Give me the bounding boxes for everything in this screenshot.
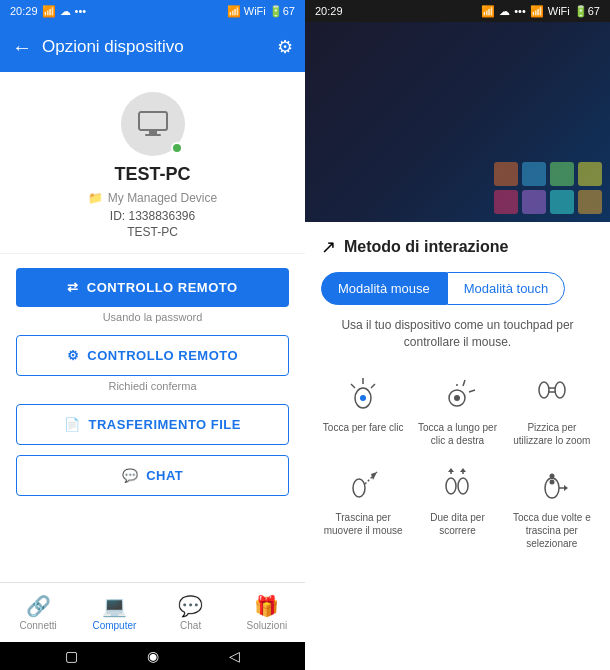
desktop-icon-8: [578, 190, 602, 214]
device-name: TEST-PC: [114, 164, 190, 185]
svg-marker-24: [460, 468, 466, 472]
svg-line-5: [351, 384, 355, 388]
touch-mode-button[interactable]: Modalità touch: [447, 272, 566, 305]
bottom-nav: 🔗 Connetti 💻 Computer 💬 Chat 🎁 Soluzioni: [0, 582, 305, 642]
svg-point-20: [458, 478, 468, 494]
device-avatar: [121, 92, 185, 156]
gesture-long-press: Tocca a lungo per clic a destra: [415, 367, 499, 447]
interaction-title: Metodo di interazione: [344, 238, 508, 256]
left-status-bar: 20:29 📶 ☁ ••• 📶 WiFi 🔋67: [0, 0, 305, 22]
tap-click-icon: [341, 370, 385, 414]
svg-point-26: [549, 479, 554, 484]
desktop-icon-3: [550, 162, 574, 186]
gesture-grid: Tocca per fare clic Tocca a lungo per cl…: [321, 367, 594, 550]
desktop-icon-6: [522, 190, 546, 214]
computer-icon: 💻: [102, 594, 127, 618]
remote-control-secondary-button[interactable]: ⚙ CONTROLLO REMOTO: [16, 335, 289, 376]
scroll-label: Due dita per scorrere: [415, 511, 499, 537]
svg-point-14: [555, 382, 565, 398]
remote-control-primary-button[interactable]: ⇄ CONTROLLO REMOTO: [16, 268, 289, 307]
desktop-icon-7: [550, 190, 574, 214]
right-status-bar: 20:29 📶 ☁ ••• 📶 WiFi 🔋67: [305, 0, 610, 22]
android-square-btn[interactable]: ▢: [65, 648, 78, 664]
svg-line-6: [371, 384, 375, 388]
remote-screen[interactable]: [305, 22, 610, 222]
svg-line-11: [463, 380, 465, 386]
svg-rect-0: [139, 112, 167, 130]
double-tap-label: Tocca due volte e trascina per seleziona…: [510, 511, 594, 550]
svg-point-17: [353, 479, 365, 497]
remote-control-secondary-icon: ⚙: [67, 348, 80, 363]
tap-click-label: Tocca per fare clic: [323, 421, 404, 434]
scroll-icon: [435, 460, 479, 504]
nav-item-soluzioni[interactable]: 🎁 Soluzioni: [229, 583, 305, 642]
left-panel: 20:29 📶 ☁ ••• 📶 WiFi 🔋67 ← Opzioni dispo…: [0, 0, 305, 670]
svg-marker-28: [564, 485, 568, 491]
gesture-tap-click: Tocca per fare clic: [321, 367, 405, 447]
drag-label: Trascina per muovere il mouse: [321, 511, 405, 537]
page-title: Opzioni dispositivo: [42, 37, 267, 57]
desktop-icon-5: [494, 190, 518, 214]
svg-line-12: [469, 390, 475, 392]
chat-nav-icon: 💬: [178, 594, 203, 618]
svg-point-7: [360, 395, 366, 401]
gesture-pinch: Pizzica per utilizzare lo zoom: [510, 367, 594, 447]
desktop-view: [305, 22, 610, 222]
desktop-icon-4: [578, 162, 602, 186]
settings-icon[interactable]: ⚙: [277, 36, 293, 58]
drag-icon: [341, 460, 385, 504]
desktop-icon-2: [522, 162, 546, 186]
svg-marker-18: [371, 472, 377, 480]
long-press-label: Tocca a lungo per clic a destra: [415, 421, 499, 447]
file-transfer-button[interactable]: 📄 TRASFERIMENTO FILE: [16, 404, 289, 445]
desktop-icon-1: [494, 162, 518, 186]
gesture-scroll: Due dita per scorrere: [415, 457, 499, 550]
long-press-icon: [435, 370, 479, 414]
chat-icon: 💬: [122, 468, 139, 483]
back-button[interactable]: ←: [12, 36, 32, 59]
top-bar: ← Opzioni dispositivo ⚙: [0, 22, 305, 72]
remote-control-primary-sublabel: Usando la password: [16, 311, 289, 323]
soluzioni-icon: 🎁: [254, 594, 279, 618]
mouse-mode-button[interactable]: Modalità mouse: [321, 272, 447, 305]
svg-rect-1: [149, 130, 157, 134]
interaction-panel: ↗ Metodo di interazione Modalità mouse M…: [305, 222, 610, 670]
android-home-btn[interactable]: ◉: [147, 648, 159, 664]
remote-control-icon: ⇄: [67, 280, 79, 295]
nav-item-chat[interactable]: 💬 Chat: [153, 583, 229, 642]
gesture-double-tap: Tocca due volte e trascina per seleziona…: [510, 457, 594, 550]
gesture-drag: Trascina per muovere il mouse: [321, 457, 405, 550]
interaction-description: Usa il tuo dispositivo come un touchpad …: [321, 317, 594, 351]
nav-item-computer[interactable]: 💻 Computer: [76, 583, 152, 642]
double-tap-icon: [530, 460, 574, 504]
remote-control-secondary-sublabel: Richiedi conferma: [16, 380, 289, 392]
file-transfer-icon: 📄: [64, 417, 81, 432]
pinch-label: Pizzica per utilizzare lo zoom: [510, 421, 594, 447]
svg-point-19: [446, 478, 456, 494]
svg-point-27: [549, 473, 554, 478]
right-panel: 20:29 📶 ☁ ••• 📶 WiFi 🔋67: [305, 0, 610, 670]
device-info: TEST-PC 📁 My Managed Device ID: 13388363…: [0, 72, 305, 254]
desktop-icons: [486, 154, 610, 222]
android-back-btn[interactable]: ◁: [229, 648, 240, 664]
managed-device-label: 📁 My Managed Device: [88, 191, 217, 205]
cursor-icon: ↗: [321, 236, 336, 258]
interaction-header: ↗ Metodo di interazione: [321, 236, 594, 258]
device-id: ID: 1338836396: [110, 209, 195, 223]
svg-point-9: [454, 395, 460, 401]
connetti-icon: 🔗: [26, 594, 51, 618]
online-indicator: [171, 142, 183, 154]
nav-item-connetti[interactable]: 🔗 Connetti: [0, 583, 76, 642]
monitor-icon: [137, 110, 169, 138]
action-buttons: ⇄ CONTROLLO REMOTO Usando la password ⚙ …: [0, 254, 305, 582]
svg-marker-23: [448, 468, 454, 472]
pinch-icon: [530, 370, 574, 414]
android-nav-bar: ▢ ◉ ◁: [0, 642, 305, 670]
chat-button[interactable]: 💬 CHAT: [16, 455, 289, 496]
svg-point-13: [539, 382, 549, 398]
mode-selector: Modalità mouse Modalità touch: [321, 272, 594, 305]
status-time: 20:29 📶 ☁ •••: [10, 5, 86, 18]
svg-rect-2: [145, 134, 161, 136]
device-id-name: TEST-PC: [127, 225, 178, 239]
